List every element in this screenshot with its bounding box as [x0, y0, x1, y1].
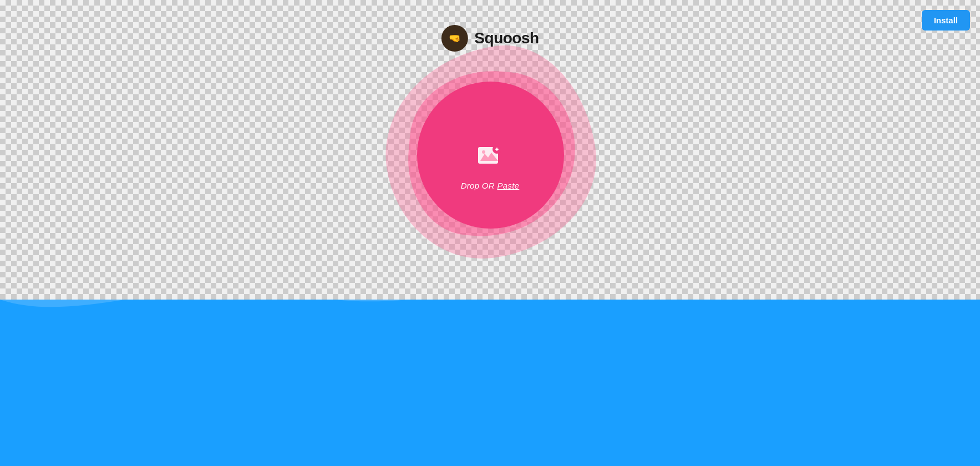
paste-link[interactable]: Paste: [497, 181, 519, 190]
app-title: Squoosh: [474, 29, 539, 47]
wave-svg: [0, 300, 980, 333]
upload-section[interactable]: Install 🤜 Squoosh: [0, 0, 980, 300]
install-button[interactable]: Install: [922, 10, 970, 31]
drop-zone[interactable]: Drop OR Paste: [379, 58, 601, 264]
add-image-icon: [476, 143, 504, 174]
logo-area: 🤜 Squoosh: [441, 25, 539, 52]
svg-rect-6: [496, 148, 497, 151]
drop-content: Drop OR Paste: [461, 143, 520, 190]
page-wrapper: Install 🤜 Squoosh: [0, 0, 980, 466]
logo-icon: 🤜: [441, 25, 468, 52]
drop-text: Drop OR Paste: [461, 181, 520, 190]
svg-point-3: [482, 150, 485, 154]
svg-text:🤜: 🤜: [448, 32, 460, 44]
wave-section: [0, 300, 980, 466]
